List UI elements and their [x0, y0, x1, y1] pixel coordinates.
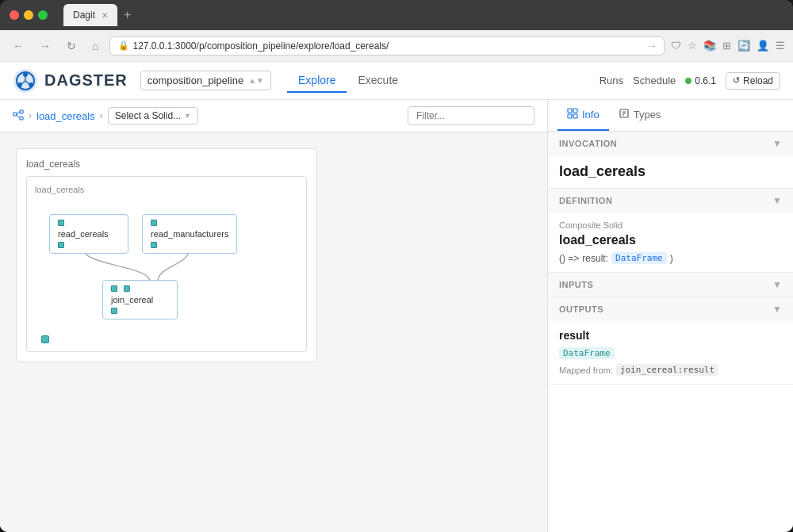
mapped-from-label: Mapped from:: [559, 366, 613, 375]
definition-subtitle: Composite Solid: [559, 220, 782, 230]
toolbar-icons: 🛡 ☆ 📚 ⊞ 🔄 👤 ☰: [671, 40, 785, 52]
outputs-section-title: OUTPUTS: [559, 304, 603, 314]
tab-info[interactable]: Info: [557, 100, 609, 131]
node-read-cereals[interactable]: read_cereals: [49, 214, 128, 254]
svg-point-2: [23, 72, 28, 77]
tab-view-icon[interactable]: ⊞: [722, 40, 731, 52]
sync-icon[interactable]: 🔄: [737, 40, 750, 52]
outputs-chevron-icon: ▼: [772, 304, 782, 315]
close-button[interactable]: [10, 10, 19, 20]
inputs-section-title: INPUTS: [559, 280, 593, 289]
output-result-label: result: [559, 329, 782, 342]
bookmarks-icon[interactable]: 🛡: [671, 40, 681, 52]
types-tab-icon: [619, 108, 630, 121]
pipeline-graph-outer: load_cereals load_cereals: [16, 148, 317, 362]
info-tab-label: Info: [582, 109, 600, 121]
tab-execute[interactable]: Execute: [347, 69, 409, 93]
graph-area: load_cereals load_cereals: [0, 132, 547, 532]
definition-signature: () => result: DataFrame ): [559, 252, 782, 264]
version-badge: 0.6.1: [685, 75, 716, 86]
pipeline-dropdown-icon: ▲▼: [248, 76, 264, 85]
address-bar[interactable]: 🔒 127.0.0.1:3000/p/composition_pipeline/…: [109, 36, 665, 55]
read-cereals-bottom-ports: [58, 242, 64, 248]
definition-section-body: Composite Solid load_cereals () => resul…: [548, 212, 793, 272]
reload-button[interactable]: ↺ Reload: [726, 72, 780, 90]
back-button[interactable]: ←: [8, 36, 29, 55]
read-manufacturers-bottom-ports: [151, 242, 157, 248]
url-text: 127.0.0.1:3000/p/composition_pipeline/ex…: [132, 40, 389, 52]
invocation-name: load_cereals: [559, 163, 782, 180]
breadcrumb-pipeline[interactable]: load_cereals: [36, 110, 95, 122]
outputs-section-header[interactable]: OUTPUTS ▼: [548, 297, 793, 321]
svg-rect-14: [573, 109, 577, 113]
home-button[interactable]: ⌂: [87, 36, 103, 55]
outputs-section: OUTPUTS ▼ result DataFrame Mapped from: …: [548, 297, 793, 385]
read-cereals-in-port: [58, 220, 64, 226]
inputs-section-header[interactable]: INPUTS ▼: [548, 273, 793, 297]
app-header: DAGSTER composition_pipeline ▲▼ Explore …: [0, 62, 793, 100]
browser-toolbar: ← → ↻ ⌂ 🔒 127.0.0.1:3000/p/composition_p…: [0, 30, 793, 62]
library-icon[interactable]: 📚: [703, 40, 716, 52]
main-area: › load_cereals › Select a Solid... ▼ loa…: [0, 100, 793, 532]
invocation-chevron-icon: ▼: [772, 138, 782, 149]
graph-output-port: [41, 335, 49, 343]
solid-select-button[interactable]: Select a Solid... ▼: [108, 107, 198, 124]
definition-section-header[interactable]: DEFINITION ▼: [548, 189, 793, 212]
join-cereal-out-port: [111, 308, 117, 314]
mapped-from: Mapped from: join_cereal:result: [559, 364, 782, 376]
forward-button[interactable]: →: [35, 36, 56, 55]
svg-rect-9: [20, 110, 23, 113]
outer-graph-title: load_cereals: [26, 159, 307, 170]
bottom-port-area: [35, 335, 298, 343]
breadcrumb-sep1: ›: [29, 110, 32, 121]
graph-icon: [13, 109, 24, 123]
filter-input[interactable]: [408, 106, 534, 125]
node-read-manufacturers[interactable]: read_manufacturers: [142, 214, 237, 254]
read-manufacturers-in-port: [151, 220, 157, 226]
browser-titlebar: Dagit ✕ +: [0, 0, 793, 30]
right-panel: Info Types: [547, 100, 793, 532]
mapped-from-value[interactable]: join_cereal:result: [616, 364, 718, 376]
reload-icon: ↺: [733, 75, 740, 86]
new-tab-button[interactable]: +: [124, 8, 131, 22]
info-tab-icon: [567, 108, 578, 121]
logo-area: DAGSTER: [13, 68, 128, 94]
outputs-section-body: result DataFrame Mapped from: join_cerea…: [548, 321, 793, 384]
tab-explore[interactable]: Explore: [287, 69, 347, 93]
pipeline-selector[interactable]: composition_pipeline ▲▼: [140, 71, 271, 90]
version-status-dot: [685, 78, 691, 84]
runs-link[interactable]: Runs: [600, 75, 623, 86]
invocation-section: INVOCATION ▼ load_cereals: [548, 132, 793, 189]
output-type-badge[interactable]: DataFrame: [559, 347, 615, 359]
schedule-link[interactable]: Schedule: [633, 75, 676, 86]
tab-types[interactable]: Types: [609, 100, 671, 131]
breadcrumb-bar: › load_cereals › Select a Solid... ▼: [0, 100, 547, 132]
inputs-chevron-icon: ▼: [772, 279, 782, 290]
svg-rect-8: [13, 113, 17, 116]
tab-close-icon[interactable]: ✕: [102, 11, 108, 20]
minimize-button[interactable]: [24, 10, 33, 20]
svg-rect-16: [573, 114, 577, 118]
menu-icon[interactable]: ☰: [776, 40, 785, 52]
invocation-section-header[interactable]: INVOCATION ▼: [548, 132, 793, 155]
reload-label: Reload: [743, 75, 773, 86]
nav-tabs: Explore Execute: [287, 69, 409, 93]
invocation-section-title: INVOCATION: [559, 139, 617, 148]
dagster-logo-icon: [13, 68, 38, 94]
tab-title: Dagit: [73, 10, 95, 21]
pipeline-graph-inner[interactable]: load_cereals: [26, 176, 307, 352]
svg-line-12: [17, 114, 20, 118]
browser-tab-active[interactable]: Dagit ✕: [63, 4, 117, 26]
maximize-button[interactable]: [38, 10, 48, 20]
app-logo-text: DAGSTER: [44, 71, 128, 90]
solid-select[interactable]: Select a Solid... ▼: [108, 107, 198, 124]
sig-type-badge[interactable]: DataFrame: [611, 252, 667, 264]
definition-section-title: DEFINITION: [559, 196, 612, 205]
right-panel-content: INVOCATION ▼ load_cereals DEFINITION ▼: [548, 132, 793, 532]
account-icon[interactable]: 👤: [757, 40, 769, 52]
node-join-cereal[interactable]: join_cereal: [102, 280, 178, 320]
star-icon[interactable]: ☆: [688, 40, 697, 52]
types-tab-label: Types: [634, 109, 661, 121]
refresh-button[interactable]: ↻: [62, 36, 81, 55]
sig-prefix: () =>: [559, 253, 579, 264]
